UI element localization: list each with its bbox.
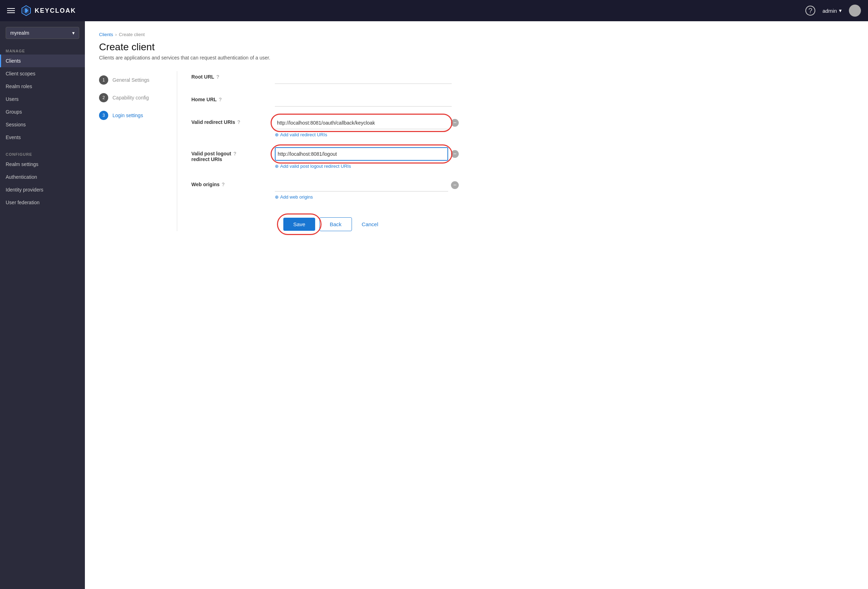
sidebar-item-sessions[interactable]: Sessions [0, 118, 85, 131]
back-button[interactable]: Back [319, 218, 351, 231]
main-content: Clients › Create client Create client Cl… [85, 21, 868, 589]
valid-redirect-uris-field-row: Valid redirect URIs ? − ⊕ Add valid re [191, 117, 854, 137]
valid-post-logout-help-icon[interactable]: ? [233, 151, 237, 157]
home-url-input[interactable] [275, 94, 452, 107]
root-url-input-wrap [275, 71, 854, 84]
step-1[interactable]: 1 General Settings [99, 71, 166, 89]
logo-text: KEYCLOAK [35, 7, 76, 15]
breadcrumb-parent[interactable]: Clients [99, 32, 113, 37]
sidebar-item-label: Realm roles [6, 84, 32, 89]
remove-web-origin-button[interactable]: − [451, 181, 459, 189]
home-url-label: Home URL ? [191, 94, 269, 102]
web-origins-label: Web origins ? [191, 179, 269, 187]
step-3[interactable]: 3 Login settings [99, 107, 166, 124]
step-2[interactable]: 2 Capability config [99, 89, 166, 107]
manage-section-label: Manage [0, 46, 85, 55]
sidebar-item-clients[interactable]: Clients [0, 55, 85, 67]
step-3-label: Login settings [112, 112, 143, 118]
sidebar-item-label: Realm settings [6, 161, 38, 167]
valid-redirect-uris-input[interactable] [275, 117, 448, 129]
sidebar-item-user-federation[interactable]: User federation [0, 196, 85, 209]
top-navigation: KEYCLOAK ? admin ▾ [0, 0, 868, 21]
sidebar-item-client-scopes[interactable]: Client scopes [0, 67, 85, 80]
form-panel: Root URL ? Home URL ? [177, 71, 854, 231]
web-origins-help-icon[interactable]: ? [222, 182, 225, 187]
sidebar-item-events[interactable]: Events [0, 131, 85, 144]
valid-post-logout-label: Valid post logoutredirect URIs ? [191, 147, 269, 162]
sidebar-item-label: Authentication [6, 174, 37, 180]
valid-post-logout-input-wrap: − ⊕ Add valid post logout redirect URIs [275, 147, 854, 169]
cancel-button[interactable]: Cancel [356, 218, 384, 231]
valid-redirect-uris-label: Valid redirect URIs ? [191, 117, 269, 125]
page-title: Create client [99, 41, 854, 53]
step-2-label: Capability config [112, 95, 149, 101]
home-url-help-icon[interactable]: ? [219, 97, 222, 102]
step-3-number: 3 [99, 111, 108, 120]
valid-redirect-uris-input-wrap: − ⊕ Add valid redirect URIs [275, 117, 854, 137]
sidebar-item-label: Client scopes [6, 71, 35, 77]
sidebar-item-label: Identity providers [6, 187, 43, 192]
add-post-logout-uri-link[interactable]: ⊕ Add valid post logout redirect URIs [275, 164, 854, 169]
breadcrumb: Clients › Create client [99, 32, 854, 37]
remove-post-logout-uri-button[interactable]: − [451, 150, 459, 158]
sidebar-item-label: Sessions [6, 122, 26, 127]
sidebar-item-label: Groups [6, 109, 22, 115]
step-1-label: General Settings [112, 77, 149, 83]
web-origins-input-wrap: − ⊕ Add web origins [275, 179, 854, 200]
realm-selector[interactable]: myrealm ▾ [6, 27, 79, 39]
page-subtitle: Clients are applications and services th… [99, 55, 854, 61]
plus-icon: ⊕ [275, 194, 279, 200]
sidebar-item-users[interactable]: Users [0, 93, 85, 105]
breadcrumb-separator: › [115, 32, 117, 37]
web-origins-input[interactable] [275, 179, 448, 191]
sidebar-item-label: Events [6, 135, 21, 140]
button-row: Save Back Cancel [191, 218, 854, 231]
menu-toggle[interactable] [7, 8, 15, 13]
user-label: admin [822, 8, 837, 14]
root-url-help-icon[interactable]: ? [217, 74, 220, 80]
plus-icon: ⊕ [275, 164, 279, 169]
sidebar: myrealm ▾ Manage Clients Client scopes R… [0, 21, 85, 589]
user-menu[interactable]: admin ▾ [822, 7, 842, 14]
add-web-origin-link[interactable]: ⊕ Add web origins [275, 194, 854, 200]
chevron-down-icon: ▾ [839, 7, 842, 14]
sidebar-item-label: Users [6, 96, 19, 102]
save-button[interactable]: Save [283, 218, 315, 231]
sidebar-item-realm-roles[interactable]: Realm roles [0, 80, 85, 93]
steps-panel: 1 General Settings 2 Capability config 3… [99, 71, 177, 231]
root-url-field-row: Root URL ? [191, 71, 854, 84]
root-url-input[interactable] [275, 71, 452, 84]
valid-post-logout-field-row: Valid post logoutredirect URIs ? − ⊕ A [191, 147, 854, 169]
sidebar-item-realm-settings[interactable]: Realm settings [0, 158, 85, 171]
root-url-label: Root URL ? [191, 71, 269, 80]
home-url-input-wrap [275, 94, 854, 107]
dropdown-icon: ▾ [72, 30, 75, 36]
step-2-number: 2 [99, 93, 108, 102]
remove-redirect-uri-button[interactable]: − [451, 119, 459, 127]
plus-icon: ⊕ [275, 132, 279, 137]
sidebar-item-groups[interactable]: Groups [0, 105, 85, 118]
breadcrumb-current: Create client [119, 32, 145, 37]
svg-rect-2 [25, 9, 26, 13]
add-redirect-uri-link[interactable]: ⊕ Add valid redirect URIs [275, 132, 854, 137]
sidebar-item-label: User federation [6, 200, 40, 205]
avatar[interactable] [849, 4, 861, 17]
logo: KEYCLOAK [21, 5, 76, 16]
valid-redirect-uris-help-icon[interactable]: ? [237, 119, 241, 125]
web-origins-field-row: Web origins ? − ⊕ Add web origins [191, 179, 854, 200]
sidebar-item-label: Clients [6, 58, 21, 64]
sidebar-item-identity-providers[interactable]: Identity providers [0, 184, 85, 196]
sidebar-item-authentication[interactable]: Authentication [0, 171, 85, 184]
valid-post-logout-input[interactable] [275, 147, 448, 161]
realm-name: myrealm [10, 30, 30, 36]
home-url-field-row: Home URL ? [191, 94, 854, 107]
help-icon[interactable]: ? [805, 6, 815, 16]
configure-section-label: Configure [0, 149, 85, 158]
step-1-number: 1 [99, 75, 108, 84]
